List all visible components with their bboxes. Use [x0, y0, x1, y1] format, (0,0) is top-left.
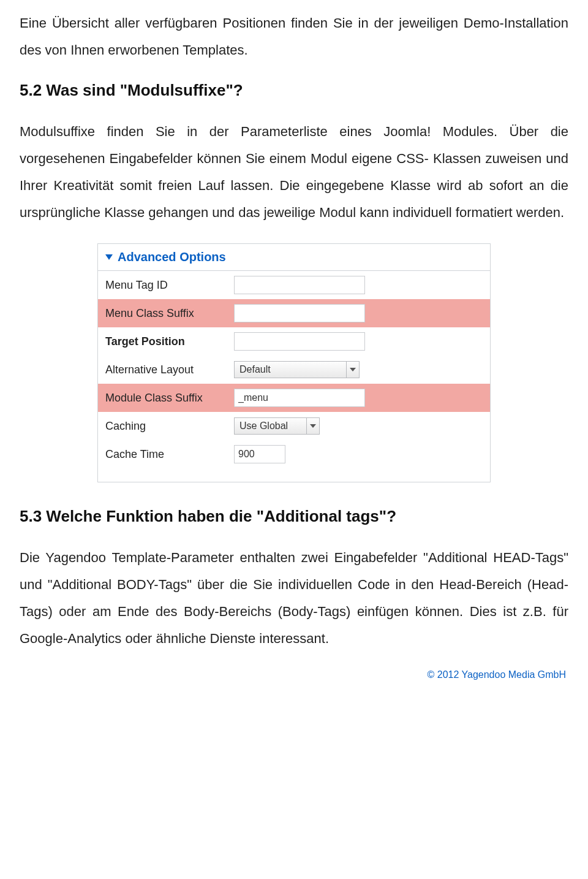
input-menu-class-suffix[interactable] [234, 304, 365, 322]
row-caching: Caching Use Global [98, 412, 490, 440]
caret-down-icon [105, 254, 113, 260]
label-caching: Caching [105, 420, 234, 433]
row-menu-class-suffix: Menu Class Suffix [98, 299, 490, 327]
paragraph-5-2: Modulsuffixe finden Sie in der Parameter… [20, 118, 568, 226]
input-target-position[interactable] [234, 332, 365, 351]
label-menu-tag-id: Menu Tag ID [105, 279, 234, 292]
row-target-position: Target Position [98, 327, 490, 356]
row-alternative-layout: Alternative Layout Default [98, 356, 490, 384]
select-alternative-layout-value: Default [239, 364, 346, 375]
dropdown-button[interactable] [306, 418, 319, 434]
label-menu-class-suffix: Menu Class Suffix [105, 307, 234, 320]
label-cache-time: Cache Time [105, 448, 234, 461]
input-cache-time[interactable] [234, 445, 285, 463]
panel-header[interactable]: Advanced Options [98, 244, 490, 271]
chevron-down-icon [310, 424, 316, 428]
dropdown-button[interactable] [346, 362, 359, 378]
row-menu-tag-id: Menu Tag ID [98, 271, 490, 299]
row-cache-time: Cache Time [98, 440, 490, 468]
select-caching[interactable]: Use Global [234, 417, 320, 435]
input-menu-tag-id[interactable] [234, 276, 365, 294]
input-module-class-suffix[interactable] [234, 389, 365, 407]
advanced-options-panel: Advanced Options Menu Tag ID Menu Class … [97, 243, 491, 482]
footer-copyright: © 2012 Yagendoo Media GmbH [0, 669, 588, 680]
panel-title: Advanced Options [118, 250, 226, 264]
row-module-class-suffix: Module Class Suffix [98, 384, 490, 412]
select-alternative-layout[interactable]: Default [234, 361, 360, 378]
heading-5-3: 5.3 Welche Funktion haben die "Additiona… [20, 507, 568, 526]
label-target-position: Target Position [105, 335, 234, 348]
intro-paragraph: Eine Übersicht aller verfügbaren Positio… [20, 10, 568, 64]
heading-5-2: 5.2 Was sind "Modulsuffixe"? [20, 81, 568, 100]
paragraph-5-3: Die Yagendoo Template-Parameter enthalte… [20, 544, 568, 652]
select-caching-value: Use Global [239, 420, 306, 432]
chevron-down-icon [350, 368, 356, 371]
label-module-class-suffix: Module Class Suffix [105, 392, 234, 405]
label-alternative-layout: Alternative Layout [105, 363, 234, 376]
